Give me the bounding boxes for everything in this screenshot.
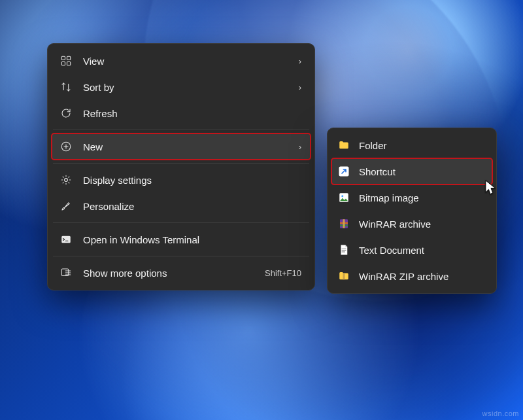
svg-rect-1 [67, 56, 71, 60]
menu-item-open-terminal[interactable]: Open in Windows Terminal [52, 226, 311, 253]
terminal-icon [58, 234, 74, 245]
submenu-item-shortcut[interactable]: Shortcut [331, 158, 492, 184]
submenu-item-label: Shortcut [359, 166, 486, 177]
svg-point-10 [341, 195, 343, 197]
submenu-item-label: Bitmap image [359, 192, 486, 203]
menu-item-label: New [83, 141, 299, 152]
submenu-item-folder[interactable]: Folder [331, 132, 492, 158]
submenu-item-label: WinRAR ZIP archive [359, 271, 486, 282]
svg-rect-2 [61, 62, 65, 65]
menu-item-accelerator: Shift+F10 [265, 268, 304, 278]
shortcut-icon [338, 166, 350, 177]
menu-item-label: Refresh [83, 108, 304, 119]
submenu-item-label: Text Document [359, 245, 486, 256]
menu-item-new[interactable]: New › [52, 133, 311, 160]
new-submenu: Folder Shortcut Bitmap image WinRAR arch… [327, 128, 497, 294]
submenu-item-label: WinRAR archive [359, 219, 486, 230]
sort-icon [58, 81, 74, 93]
winrar-archive-icon [338, 218, 350, 230]
chevron-right-icon: › [299, 56, 304, 66]
menu-item-label: View [83, 56, 299, 67]
paintbrush-icon [58, 200, 74, 212]
menu-item-sort-by[interactable]: Sort by › [52, 74, 311, 100]
menu-separator [53, 222, 309, 223]
menu-item-view[interactable]: View › [52, 48, 311, 74]
chevron-right-icon: › [299, 142, 304, 152]
svg-rect-3 [67, 62, 71, 65]
svg-rect-0 [61, 56, 65, 60]
menu-item-label: Sort by [83, 82, 299, 93]
menu-item-label: Open in Windows Terminal [83, 234, 304, 245]
menu-item-show-more[interactable]: Show more options Shift+F10 [52, 260, 311, 286]
gear-sparkle-icon [58, 174, 74, 186]
view-grid-icon [58, 55, 74, 67]
mouse-cursor-icon [485, 180, 497, 197]
menu-item-display-settings[interactable]: Display settings [52, 167, 311, 193]
menu-item-label: Display settings [83, 175, 304, 186]
svg-rect-6 [61, 236, 71, 243]
menu-item-refresh[interactable]: Refresh [52, 100, 311, 126]
folder-icon [338, 139, 350, 151]
menu-separator [53, 130, 309, 130]
submenu-item-bitmap[interactable]: Bitmap image [331, 184, 492, 211]
svg-rect-14 [343, 219, 345, 228]
submenu-item-text[interactable]: Text Document [331, 237, 492, 263]
svg-rect-15 [343, 273, 345, 280]
submenu-item-winrar-zip[interactable]: WinRAR ZIP archive [331, 263, 492, 289]
menu-separator [53, 256, 309, 256]
svg-point-5 [65, 179, 68, 182]
text-document-icon [338, 244, 350, 256]
submenu-item-label: Folder [359, 140, 486, 151]
menu-separator [53, 163, 309, 164]
menu-item-label: Show more options [83, 268, 265, 279]
submenu-item-winrar[interactable]: WinRAR archive [331, 211, 492, 237]
desktop-context-menu: View › Sort by › Refresh New › Display s… [47, 43, 315, 290]
watermark: wsidn.com [482, 410, 519, 417]
plus-circle-icon [58, 141, 74, 152]
chevron-right-icon: › [299, 82, 304, 92]
more-options-icon [58, 267, 74, 279]
menu-item-label: Personalize [83, 201, 304, 212]
bitmap-image-icon [338, 192, 350, 203]
refresh-icon [58, 107, 74, 119]
menu-item-personalize[interactable]: Personalize [52, 193, 311, 219]
winrar-zip-icon [338, 270, 350, 282]
